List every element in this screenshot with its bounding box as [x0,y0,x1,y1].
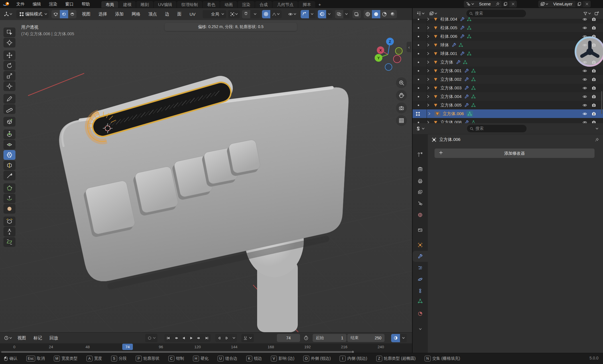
expand-chevron-icon[interactable] [427,112,432,116]
selection-dot[interactable] [418,44,419,46]
xray-dropdown[interactable] [343,10,350,18]
scene-name[interactable]: Scene [476,2,494,6]
selection-dot[interactable] [418,27,419,29]
menu-窗口[interactable]: 窗口 [61,0,78,8]
camera-visibility-icon[interactable] [591,103,596,108]
mesh-data-icon[interactable] [471,77,476,82]
breadcrumb-object-name[interactable]: 立方体.006 [439,137,460,142]
viewport-menu-UV[interactable]: UV [189,12,196,17]
overlays-dropdown[interactable] [326,10,332,18]
outliner-item-立方体.002[interactable]: 立方体.002 [413,75,603,84]
spin-tool[interactable] [3,194,15,203]
vertex-select-button[interactable] [52,10,60,18]
transform-orientation-dropdown[interactable]: 全局 [203,10,226,18]
selection-dot[interactable] [418,79,419,80]
loop-cut-tool[interactable] [3,160,15,170]
modifiers-tab[interactable] [413,251,428,262]
new-viewlayer-icon[interactable] [575,1,583,7]
visibility-dropdown[interactable] [286,10,298,18]
physics-tab[interactable] [413,274,428,285]
sidebar-collapse-arrow[interactable]: ‹ [407,42,411,52]
scene-icon[interactable] [464,1,476,7]
scene-selector[interactable]: Scene [464,1,517,7]
camera-visibility-icon[interactable] [591,68,596,73]
step-back-button[interactable] [215,334,223,342]
particles-tab[interactable] [413,262,428,273]
pan-hand-button[interactable] [396,90,407,101]
sync-dropdown[interactable] [400,334,407,342]
workspace-tab-脚本[interactable]: 脚本 [298,1,315,8]
camera-visibility-icon[interactable] [591,120,596,123]
gizmos-toggle[interactable] [301,10,309,18]
modifier-wrench-icon[interactable] [460,34,465,39]
menu-渲染[interactable]: 渲染 [45,0,61,8]
mesh-data-icon[interactable] [463,60,468,65]
outliner-item-立方体.001[interactable]: 立方体.001 [413,66,603,75]
selection-dot[interactable] [418,96,419,97]
camera-visibility-icon[interactable] [591,94,596,99]
selection-dot[interactable] [418,36,419,37]
move-tool[interactable] [3,50,15,60]
selection-dot[interactable] [418,62,419,63]
menu-编辑[interactable]: 编辑 [29,0,45,8]
viewport-menu-边[interactable]: 边 [165,11,170,17]
proportional-edit-button[interactable] [262,10,270,18]
edge-select-button[interactable] [60,10,68,18]
camera-visibility-icon[interactable] [591,111,596,116]
camera-view-button[interactable] [396,103,407,113]
properties-editor-dropdown[interactable] [415,125,426,133]
menu-文件[interactable]: 文件 [12,0,29,8]
solid-shading-button[interactable] [372,10,380,18]
mesh-data-icon[interactable] [466,111,473,117]
viewport-menu-顶点[interactable]: 顶点 [148,11,157,17]
modifier-wrench-icon[interactable] [460,25,465,30]
current-frame-field[interactable]: 74 [277,334,300,342]
selection-dot[interactable] [418,53,419,54]
playback-sync-toggle[interactable] [391,334,400,342]
modifier-wrench-icon[interactable] [460,17,465,22]
camera-visibility-icon[interactable] [591,17,596,22]
xray-toggle[interactable] [335,10,343,18]
hide-eye-icon[interactable] [582,86,588,90]
workspace-tab-动画[interactable]: 动画 [220,1,237,8]
timeline-ruler[interactable]: 0244896120144168192216240 74 [0,343,412,351]
output-tab[interactable] [413,176,428,186]
hide-eye-icon[interactable] [582,103,588,108]
new-scene-icon[interactable] [501,1,509,7]
chevron-down-icon[interactable] [231,334,237,342]
hide-eye-icon[interactable] [582,120,588,123]
zoom-button[interactable] [396,77,407,88]
modifier-wrench-icon[interactable] [464,86,469,90]
properties-search-input[interactable]: 搜索 [467,125,527,132]
modifier-wrench-icon[interactable] [460,51,465,56]
hide-eye-icon[interactable] [582,77,588,82]
tweak-select-tool[interactable] [3,27,15,37]
viewport-menu-添加[interactable]: 添加 [115,11,124,17]
viewport-menu-面[interactable]: 面 [177,11,182,17]
outliner-item-柱体.005[interactable]: 柱体.005 [413,23,603,32]
jump-to-start-button[interactable] [164,334,172,342]
remove-viewlayer-icon[interactable] [583,1,591,7]
mesh-data-icon[interactable] [458,43,463,48]
workspace-tab-渲染[interactable]: 渲染 [238,1,255,8]
selection-dot[interactable] [418,87,419,89]
falloff-dropdown[interactable] [270,10,282,18]
jump-to-end-button[interactable] [203,334,211,342]
edge-slide-tool[interactable] [3,217,15,226]
camera-visibility-icon[interactable] [591,77,596,82]
wireframe-shading-button[interactable] [364,10,372,18]
viewlayer-selector[interactable]: ViewLayer [538,1,591,7]
play-button[interactable] [188,334,195,342]
selection-dot[interactable] [418,70,419,72]
world-tab[interactable] [413,209,428,220]
viewlayer-icon[interactable] [538,1,550,7]
outliner-item-立方体.006[interactable]: 立方体.006 [413,109,603,118]
viewport-menu-网格[interactable]: 网格 [131,11,141,17]
outliner-item-立方体.004[interactable]: 立方体.004 [413,92,603,101]
timeline-menu-标记[interactable]: 标记 [33,335,42,341]
modifier-wrench-icon[interactable] [464,120,469,123]
rotate-tool[interactable] [3,61,15,70]
editor-type-button[interactable] [2,10,14,18]
mesh-data-icon[interactable] [471,94,476,99]
render-tab[interactable] [413,164,428,174]
